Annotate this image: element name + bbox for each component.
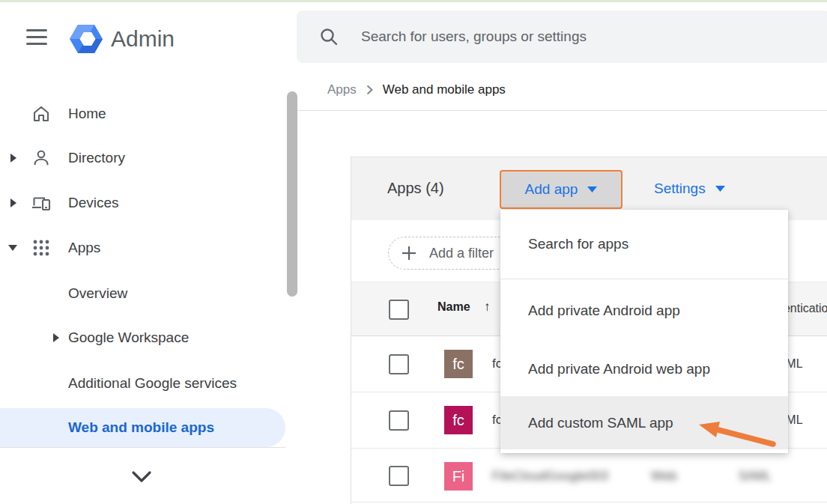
breadcrumb: Apps Web and mobile apps [327,82,506,97]
sidebar-divider [0,447,285,448]
apps-grid-icon [31,238,51,258]
breadcrumb-apps-link[interactable]: Apps [327,82,357,97]
home-icon [31,104,51,124]
add-filter-label: Add a filter [429,246,494,261]
apps-count-title: Apps (4) [387,180,444,197]
hamburger-icon [26,29,47,31]
window-edge-strip [0,0,827,2]
search-icon [319,27,339,46]
annotation-arrow-icon [693,416,779,452]
expand-right-icon [10,154,17,163]
sidebar-item-google-workspace[interactable]: Google Workspace [0,320,285,356]
add-app-label: Add app [525,181,578,198]
chevron-right-icon [366,85,373,95]
menu-item-add-private-android-web-app[interactable]: Add private Android web app [500,341,788,396]
header-divider [298,110,827,111]
row-checkbox[interactable] [389,466,409,486]
sidebar-item-home[interactable]: Home [0,96,285,132]
app-auth-cell-redacted: SAML [739,470,772,483]
table-row[interactable]: Fi FileCloudGoogle003 Web SAML [351,449,827,503]
scroll-down-chevron-icon[interactable] [129,469,154,485]
dropdown-caret-icon [587,186,597,192]
expand-right-icon [52,333,60,342]
menu-item-search-for-apps[interactable]: Search for apps [500,210,788,279]
breadcrumb-current: Web and mobile apps [383,82,506,97]
app-avatar: fc [444,350,473,378]
select-all-checkbox[interactable] [389,300,409,320]
sidebar-item-overview[interactable]: Overview [0,276,285,312]
sidebar-item-label: Overview [68,285,127,302]
sidebar-item-label: Devices [68,195,119,211]
dropdown-caret-icon [715,186,725,192]
row-checkbox[interactable] [389,354,409,374]
sidebar-item-label: Directory [68,150,125,166]
app-name-cell-redacted: FileCloudGoogle003 [492,469,608,484]
sidebar-item-apps[interactable]: Apps [0,230,285,266]
devices-icon [31,193,51,213]
sidebar-item-label: Additional Google services [68,375,237,392]
name-column-header[interactable]: Name [437,300,470,314]
add-app-button[interactable]: Add app [500,170,622,209]
plus-icon [402,246,416,261]
sidebar-item-web-and-mobile-apps[interactable]: Web and mobile apps [0,408,285,447]
sidebar-item-label: Apps [68,240,100,256]
person-icon [31,148,51,168]
sidebar-item-devices[interactable]: Devices [0,185,285,221]
settings-label: Settings [654,180,706,197]
sidebar-item-label: Web and mobile apps [68,419,214,436]
search-bar[interactable] [297,10,827,63]
sidebar-item-additional-google-services[interactable]: Additional Google services [0,365,285,401]
sidebar-item-label: Google Workspace [68,330,189,346]
row-checkbox[interactable] [389,410,409,431]
app-platform-cell-redacted: Web [651,469,677,484]
google-admin-logo-icon[interactable] [70,22,103,55]
expand-down-icon [8,243,17,252]
app-avatar: Fi [444,462,473,491]
sort-ascending-icon: ↑ [484,300,491,315]
app-avatar: fc [444,406,473,434]
admin-console-page: Admin Apps Web and mobile apps Home Dire… [0,0,827,504]
sidebar-item-label: Home [68,106,106,122]
sidebar-item-directory[interactable]: Directory [0,140,285,176]
search-input[interactable] [360,28,827,46]
menu-item-add-private-android-app[interactable]: Add private Android app [500,279,788,341]
sidebar-scrollbar-thumb[interactable] [287,91,297,297]
admin-wordmark: Admin [111,26,175,52]
expand-right-icon [10,198,17,207]
main-menu-button[interactable] [26,29,47,45]
